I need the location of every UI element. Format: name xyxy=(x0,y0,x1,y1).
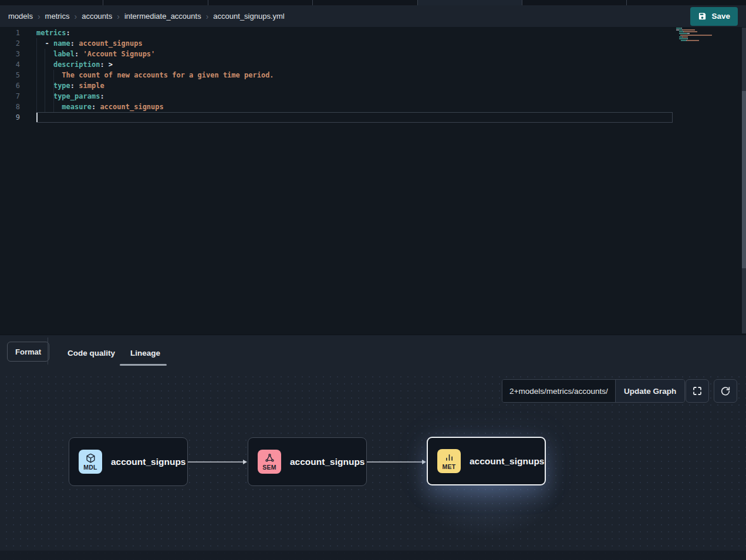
breadcrumb-item-account_signups.yml[interactable]: account_signups.yml xyxy=(213,12,284,21)
minimap-line xyxy=(676,29,712,31)
top-tab[interactable] xyxy=(418,0,522,5)
node-type-badge: SEM xyxy=(258,450,281,474)
minimap-line xyxy=(676,31,712,32)
code-token: measure xyxy=(62,103,92,111)
code-token: : xyxy=(100,60,104,69)
fullscreen-icon xyxy=(692,386,703,396)
cube-icon xyxy=(86,453,96,463)
code-token: The count of new accounts for a given ti… xyxy=(62,71,274,79)
lineage-canvas[interactable]: MDLaccount_signupsSEMaccount_signupsMETa… xyxy=(0,370,746,560)
panel-tabs-row: Format Code qualityLineage xyxy=(0,335,746,370)
lineage-node-mdl-account_signups[interactable]: MDLaccount_signups xyxy=(69,437,188,486)
code-line: 7 type_params: xyxy=(0,91,746,102)
active-tab-underline xyxy=(120,364,167,366)
line-number: 3 xyxy=(0,49,20,59)
graph-controls: Update Graph xyxy=(502,379,685,403)
lineage-node-sem-account_signups[interactable]: SEMaccount_signups xyxy=(248,437,367,486)
code-token: - xyxy=(36,39,53,48)
minimap-line xyxy=(676,35,712,36)
code-token: label xyxy=(53,50,75,58)
line-number: 8 xyxy=(0,102,20,112)
line-number: 6 xyxy=(0,80,20,91)
fullscreen-button[interactable] xyxy=(686,379,709,403)
divider xyxy=(48,338,48,365)
lineage-node-met-account_signups[interactable]: METaccount_signups xyxy=(427,437,546,485)
breadcrumb-item-models[interactable]: models xyxy=(8,12,33,21)
top-tab[interactable] xyxy=(0,0,103,5)
code-token: 'Account Signups' xyxy=(79,50,155,58)
code-token: > xyxy=(104,60,113,69)
save-button[interactable]: Save xyxy=(690,7,738,26)
save-icon xyxy=(698,12,707,21)
minimap-line xyxy=(676,28,712,29)
node-label: account_signups xyxy=(470,456,544,467)
top-tab-strip xyxy=(0,0,746,5)
code-token: : xyxy=(100,92,104,100)
code-token: account_signups xyxy=(75,39,143,48)
line-number: 9 xyxy=(0,112,20,123)
minimap[interactable] xyxy=(676,28,712,43)
code-token: metrics xyxy=(36,29,66,37)
format-button[interactable]: Format xyxy=(7,342,49,362)
code-token: : xyxy=(70,39,75,48)
save-label: Save xyxy=(711,12,730,21)
tab-code-quality[interactable]: Code quality xyxy=(67,335,115,370)
code-token xyxy=(36,103,62,111)
code-token: type_params xyxy=(53,92,100,100)
code-text: description: > xyxy=(36,59,113,70)
current-line-highlight xyxy=(36,112,673,123)
line-number: 5 xyxy=(0,70,20,80)
indent-guide xyxy=(45,49,45,112)
code-line: 6 type: simple xyxy=(0,80,746,91)
top-tab[interactable] xyxy=(627,0,746,5)
canvas-footer-shade xyxy=(0,551,746,560)
code-token: simple xyxy=(75,82,104,90)
line-number: 7 xyxy=(0,91,20,102)
minimap-line xyxy=(676,36,712,38)
breadcrumb-item-metrics[interactable]: metrics xyxy=(45,12,70,21)
top-tab[interactable] xyxy=(208,0,313,5)
minimap-line xyxy=(676,42,712,43)
metric-icon xyxy=(444,453,454,463)
refresh-button[interactable] xyxy=(714,379,737,403)
top-tab[interactable] xyxy=(313,0,418,5)
code-line: 9 xyxy=(0,112,746,123)
indent-guide xyxy=(36,38,37,112)
code-token: : xyxy=(66,29,70,37)
refresh-icon xyxy=(720,386,731,396)
editor-scrollbar-thumb[interactable] xyxy=(742,91,746,268)
selector-group: Update Graph xyxy=(502,379,685,403)
editor-scrollbar[interactable] xyxy=(742,28,746,333)
breadcrumb-item-accounts[interactable]: accounts xyxy=(82,12,112,21)
code-text: type_params: xyxy=(36,91,104,102)
top-tab[interactable] xyxy=(522,0,627,5)
lineage-selector-input[interactable] xyxy=(502,380,615,402)
bottom-panel: Format Code qualityLineage MDLaccount_si… xyxy=(0,335,746,560)
code-token: : xyxy=(70,82,75,90)
code-line: 1metrics: xyxy=(0,28,746,38)
code-text: - name: account_signups xyxy=(36,38,143,49)
top-tab[interactable] xyxy=(103,0,208,5)
breadcrumb-separator-icon: › xyxy=(74,12,77,21)
text-cursor xyxy=(36,113,38,122)
update-graph-button[interactable]: Update Graph xyxy=(615,380,684,402)
code-line: 4 description: > xyxy=(0,59,746,70)
node-badge-label: MDL xyxy=(83,464,97,471)
minimap-line xyxy=(676,38,712,39)
breadcrumb-separator-icon: › xyxy=(206,12,209,21)
code-editor[interactable]: 1metrics:2 - name: account_signups3 labe… xyxy=(0,28,746,335)
breadcrumb-item-intermediate_accounts[interactable]: intermediate_accounts xyxy=(124,12,201,21)
breadcrumb-separator-icon: › xyxy=(38,12,40,21)
code-line: 5 The count of new accounts for a given … xyxy=(0,70,746,80)
node-badge-label: SEM xyxy=(262,464,276,471)
code-text: type: simple xyxy=(36,80,104,91)
node-label: account_signups xyxy=(290,457,364,467)
code-token: name xyxy=(53,39,70,48)
indent-guide xyxy=(53,70,54,112)
node-label: account_signups xyxy=(111,457,185,467)
code-line: 8 measure: account_signups xyxy=(0,102,746,112)
code-text: metrics: xyxy=(36,28,70,38)
code-token: type xyxy=(53,82,70,90)
node-badge-label: MET xyxy=(442,464,455,470)
minimap-line xyxy=(676,33,712,34)
